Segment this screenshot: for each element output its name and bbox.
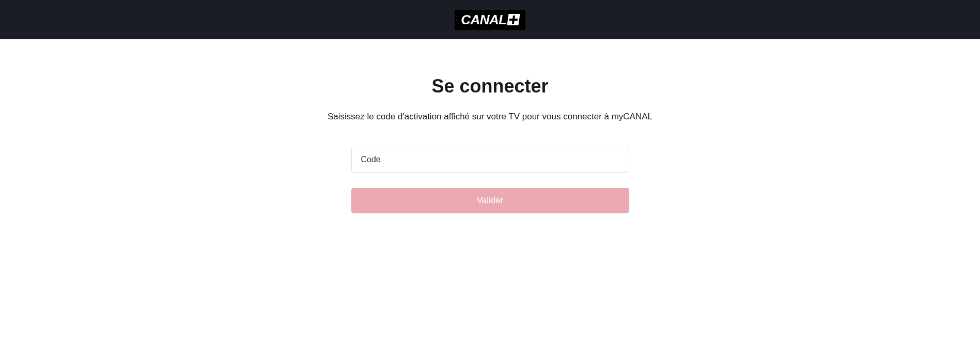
code-input[interactable] [351, 147, 629, 173]
logo-word: CANAL [461, 12, 507, 28]
header: CANAL [0, 0, 980, 39]
main-content: Se connecter Saisissez le code d'activat… [0, 39, 980, 213]
page-title: Se connecter [431, 75, 548, 97]
logo-text: CANAL [461, 12, 519, 28]
submit-button[interactable]: Valider [351, 188, 629, 213]
canal-plus-logo: CANAL [455, 10, 525, 30]
page-subtitle: Saisissez le code d'activation affiché s… [328, 112, 652, 122]
plus-icon [507, 14, 520, 25]
